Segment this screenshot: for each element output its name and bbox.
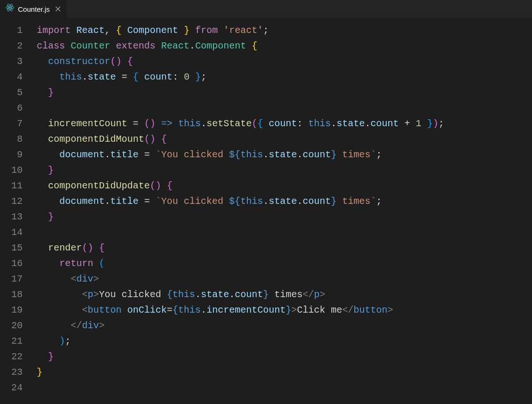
- code-token: Component: [195, 40, 246, 51]
- code-token: return: [59, 258, 93, 269]
- code-token: [37, 274, 71, 284]
- line-number: 11: [0, 178, 23, 194]
- code-token: times`: [336, 149, 376, 160]
- code-line[interactable]: [37, 225, 532, 240]
- code-token: [178, 25, 184, 36]
- line-number: 12: [0, 194, 23, 209]
- code-token: {: [167, 289, 172, 300]
- code-token: React: [76, 25, 105, 36]
- code-token: [37, 56, 48, 67]
- line-number: 16: [0, 256, 23, 271]
- code-token: .: [331, 118, 336, 129]
- code-editor[interactable]: 123456789101112131415161718192021222324 …: [0, 18, 532, 404]
- code-line[interactable]: }: [37, 162, 532, 178]
- code-line[interactable]: componentDidMount() {: [37, 131, 532, 147]
- code-token: [37, 258, 59, 269]
- code-token: button: [88, 305, 122, 315]
- code-line[interactable]: this.state = { count: 0 };: [37, 69, 532, 85]
- code-token: </: [342, 305, 353, 315]
- code-line[interactable]: [37, 380, 532, 396]
- code-token: state: [336, 118, 365, 129]
- code-token: ;: [263, 25, 269, 36]
- code-token: :: [172, 72, 184, 82]
- code-token: incrementCount: [206, 305, 286, 315]
- code-line[interactable]: document.title = `You clicked ${this.sta…: [37, 194, 532, 209]
- code-token: >: [99, 320, 105, 331]
- code-token: state: [88, 72, 116, 82]
- code-token: [71, 25, 76, 36]
- code-token: [37, 72, 59, 82]
- code-token: title: [110, 196, 139, 207]
- code-line[interactable]: <button onClick={this.incrementCount}>Cl…: [37, 302, 532, 318]
- code-token: }: [427, 118, 433, 129]
- code-token: (): [144, 118, 156, 129]
- code-token: }: [331, 149, 336, 160]
- code-line[interactable]: }: [37, 85, 532, 100]
- code-token: =: [127, 118, 144, 129]
- code-token: count: [269, 118, 297, 129]
- code-token: (: [99, 258, 105, 269]
- code-token: [65, 40, 71, 51]
- code-line[interactable]: </div>: [37, 318, 532, 333]
- code-token: [156, 118, 161, 129]
- line-number: 13: [0, 209, 23, 225]
- code-token: [189, 25, 195, 36]
- code-line[interactable]: }: [37, 349, 532, 364]
- code-token: }: [48, 211, 54, 222]
- code-token: [37, 289, 82, 300]
- code-line[interactable]: <p>You clicked {this.state.count} times<…: [37, 287, 532, 302]
- tab-close-button[interactable]: [54, 5, 62, 13]
- code-token: document: [59, 149, 105, 160]
- code-line[interactable]: [37, 100, 532, 116]
- code-token: [37, 165, 48, 176]
- code-line[interactable]: }: [37, 364, 532, 380]
- code-line[interactable]: import React, { Component } from 'react'…: [37, 23, 532, 38]
- code-token: this: [172, 289, 195, 300]
- code-token: from: [195, 25, 218, 36]
- code-token: [421, 118, 427, 129]
- line-number: 17: [0, 271, 23, 287]
- code-token: 0: [184, 72, 189, 82]
- code-token: .: [297, 149, 303, 160]
- line-number: 2: [0, 38, 23, 54]
- code-token: :: [297, 118, 308, 129]
- code-token: `You clicked: [156, 196, 229, 207]
- line-number: 20: [0, 318, 23, 333]
- code-token: componentDidUpdate: [48, 180, 150, 191]
- code-content[interactable]: import React, { Component } from 'react'…: [33, 23, 532, 404]
- code-token: [37, 351, 48, 362]
- code-line[interactable]: return (: [37, 256, 532, 271]
- code-line[interactable]: class Counter extends React.Component {: [37, 38, 532, 54]
- code-token: }: [48, 165, 54, 176]
- code-line[interactable]: );: [37, 333, 532, 349]
- code-token: count: [370, 118, 399, 129]
- code-token: componentDidMount: [48, 134, 144, 145]
- code-token: [122, 25, 127, 36]
- tab-bar: Counter.js: [0, 0, 532, 18]
- code-line[interactable]: incrementCount = () => this.setState({ c…: [37, 116, 532, 131]
- code-token: =: [139, 149, 156, 160]
- code-token: [139, 72, 144, 82]
- line-number: 6: [0, 100, 23, 116]
- code-token: .: [105, 149, 110, 160]
- code-line[interactable]: <div>: [37, 271, 532, 287]
- code-token: {: [167, 180, 172, 191]
- code-token: }: [286, 305, 291, 315]
- code-token: 1: [416, 118, 421, 129]
- line-number: 3: [0, 54, 23, 69]
- code-token: [156, 134, 161, 145]
- code-line[interactable]: render() {: [37, 240, 532, 256]
- code-line[interactable]: }: [37, 209, 532, 225]
- code-line[interactable]: document.title = `You clicked ${this.sta…: [37, 147, 532, 162]
- code-token: this: [308, 118, 331, 129]
- code-token: .: [263, 149, 269, 160]
- code-token: this: [240, 196, 263, 207]
- code-line[interactable]: componentDidUpdate() {: [37, 178, 532, 194]
- tab-counter-js[interactable]: Counter.js: [0, 0, 67, 18]
- code-token: p: [314, 289, 319, 300]
- code-token: >: [319, 289, 325, 300]
- code-token: [37, 87, 48, 98]
- code-line[interactable]: constructor() {: [37, 54, 532, 69]
- code-token: {: [127, 56, 133, 67]
- code-token: [110, 40, 116, 51]
